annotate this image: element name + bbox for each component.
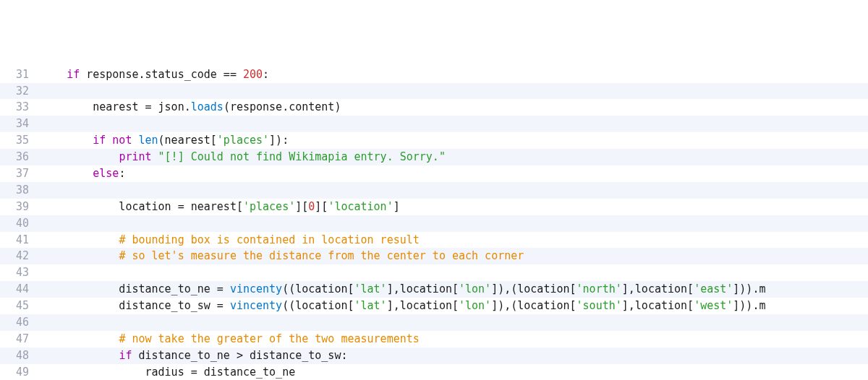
code-line: 35 if not len(nearest['places']): bbox=[0, 132, 868, 149]
code-line: 45 distance_to_sw = vincenty((location['… bbox=[0, 298, 868, 314]
code-content: distance_to_sw = vincenty((location['lat… bbox=[35, 298, 765, 314]
code-content: location = nearest['places'][0]['locatio… bbox=[35, 199, 400, 215]
line-number: 48 bbox=[0, 347, 35, 364]
line-number: 44 bbox=[0, 281, 35, 298]
line-number: 33 bbox=[0, 99, 35, 116]
line-number: 46 bbox=[0, 314, 35, 331]
code-line: 40 bbox=[0, 215, 868, 232]
code-content: # now take the greater of the two measur… bbox=[35, 331, 420, 347]
line-number: 43 bbox=[0, 264, 35, 281]
code-content: nearest = json.loads(response.content) bbox=[35, 99, 341, 116]
code-line: 39 location = nearest['places'][0]['loca… bbox=[0, 199, 868, 215]
code-line: 37 else: bbox=[0, 165, 868, 182]
line-number: 40 bbox=[0, 215, 35, 232]
code-content: if not len(nearest['places']): bbox=[35, 132, 289, 149]
code-line: 42 # so let's measure the distance from … bbox=[0, 248, 868, 264]
code-content: # so let's measure the distance from the… bbox=[35, 248, 524, 264]
line-number: 41 bbox=[0, 232, 35, 249]
code-content: # bounding box is contained in location … bbox=[35, 232, 420, 249]
line-number: 37 bbox=[0, 165, 35, 182]
code-line: 48 if distance_to_ne > distance_to_sw: bbox=[0, 347, 868, 364]
code-content: if distance_to_ne > distance_to_sw: bbox=[35, 347, 347, 364]
code-content: radius = distance_to_ne bbox=[35, 364, 295, 380]
code-content: if response.status_code == 200: bbox=[35, 66, 269, 83]
code-line: 34 bbox=[0, 116, 868, 132]
code-content: print "[!] Could not find Wikimapia entr… bbox=[35, 149, 446, 165]
code-line: 36 print "[!] Could not find Wikimapia e… bbox=[0, 149, 868, 165]
line-number: 39 bbox=[0, 199, 35, 215]
code-line: 31 if response.status_code == 200: bbox=[0, 66, 868, 83]
code-line: 41 # bounding box is contained in locati… bbox=[0, 232, 868, 249]
line-number: 42 bbox=[0, 248, 35, 264]
code-line: 33 nearest = json.loads(response.content… bbox=[0, 99, 868, 116]
line-number: 34 bbox=[0, 116, 35, 132]
code-content: else: bbox=[35, 165, 125, 182]
code-line: 43 bbox=[0, 264, 868, 281]
code-line: 47 # now take the greater of the two mea… bbox=[0, 331, 868, 347]
code-editor: 31 if response.status_code == 200:3233 n… bbox=[0, 66, 868, 380]
line-number: 35 bbox=[0, 132, 35, 149]
line-number: 36 bbox=[0, 149, 35, 165]
line-number: 32 bbox=[0, 83, 35, 100]
line-number: 31 bbox=[0, 66, 35, 83]
code-line: 32 bbox=[0, 83, 868, 100]
line-number: 47 bbox=[0, 331, 35, 347]
code-line: 38 bbox=[0, 182, 868, 199]
line-number: 45 bbox=[0, 298, 35, 314]
code-line: 44 distance_to_ne = vincenty((location['… bbox=[0, 281, 868, 298]
code-content: distance_to_ne = vincenty((location['lat… bbox=[35, 281, 765, 298]
code-line: 49 radius = distance_to_ne bbox=[0, 364, 868, 380]
line-number: 38 bbox=[0, 182, 35, 199]
line-number: 49 bbox=[0, 364, 35, 380]
code-line: 46 bbox=[0, 314, 868, 331]
